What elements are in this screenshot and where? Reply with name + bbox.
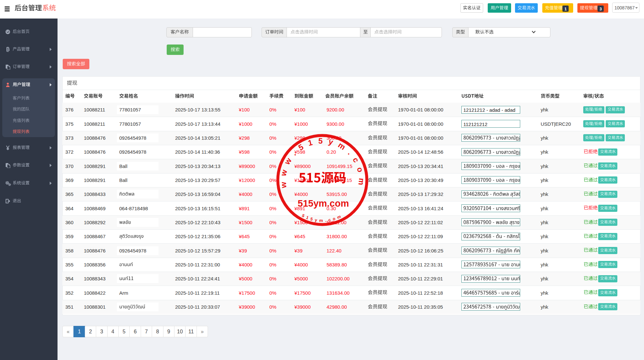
svg-text:515ym.com: 515ym.com xyxy=(298,198,349,209)
